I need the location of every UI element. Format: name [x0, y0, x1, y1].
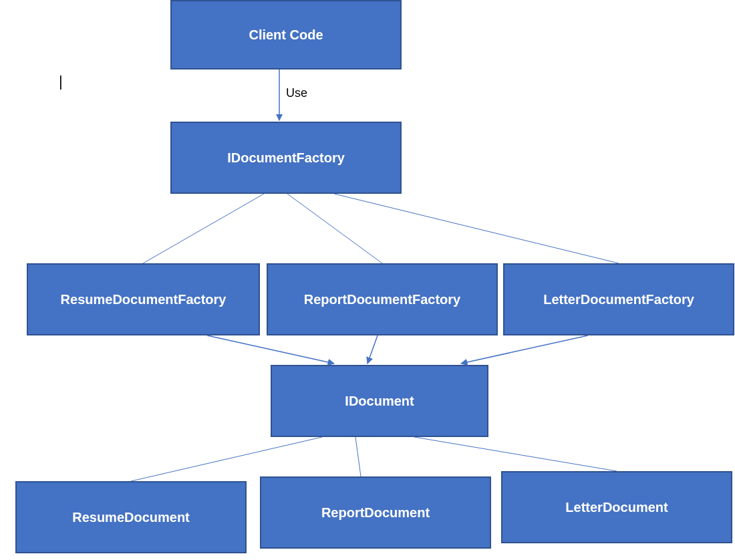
connector-resume-factory-to-idoc	[207, 335, 334, 364]
box-letter-document-label: LetterDocument	[565, 500, 668, 515]
box-resume-document: ResumeDocument	[15, 481, 247, 553]
text-cursor-mark: |	[59, 73, 63, 90]
connector-idoc-to-resume	[131, 437, 322, 481]
box-report-document-label: ReportDocument	[321, 505, 430, 521]
connector-factory-to-resume	[143, 194, 264, 263]
box-idocument: IDocument	[271, 365, 488, 437]
box-letter-document: LetterDocument	[501, 471, 732, 543]
connector-factory-to-report	[287, 194, 382, 263]
box-client-code-label: Client Code	[249, 27, 323, 43]
edge-label-use: Use	[286, 86, 307, 100]
box-resume-doc-factory: ResumeDocumentFactory	[27, 263, 260, 335]
connector-report-factory-to-idoc	[368, 335, 378, 364]
connector-letter-factory-to-idoc	[461, 335, 588, 364]
box-idocument-label: IDocument	[345, 394, 414, 409]
box-report-doc-factory-label: ReportDocumentFactory	[304, 292, 460, 307]
connector-idoc-to-report	[355, 437, 361, 476]
box-client-code: Client Code	[170, 0, 402, 69]
box-letter-doc-factory-label: LetterDocumentFactory	[543, 292, 694, 307]
box-report-document: ReportDocument	[260, 476, 491, 549]
box-idocument-factory-label: IDocumentFactory	[227, 150, 345, 166]
box-letter-doc-factory: LetterDocumentFactory	[503, 263, 734, 335]
box-report-doc-factory: ReportDocumentFactory	[267, 263, 498, 335]
box-idocument-factory: IDocumentFactory	[170, 122, 402, 194]
box-resume-document-label: ResumeDocument	[72, 510, 190, 525]
box-resume-doc-factory-label: ResumeDocumentFactory	[61, 292, 227, 307]
connector-idoc-to-letter	[414, 437, 617, 471]
connector-factory-to-letter	[334, 194, 619, 263]
